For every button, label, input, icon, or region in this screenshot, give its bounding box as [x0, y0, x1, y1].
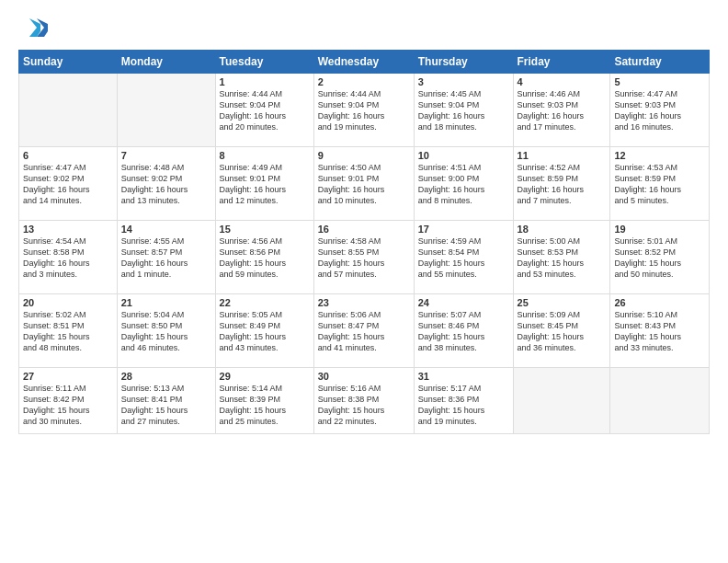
day-number: 26	[614, 297, 705, 308]
day-number: 4	[518, 76, 607, 87]
calendar-cell: 24Sunrise: 5:07 AM Sunset: 8:46 PM Dayli…	[414, 294, 513, 368]
day-info: Sunrise: 5:09 AM Sunset: 8:45 PM Dayligh…	[518, 309, 607, 354]
day-number: 23	[318, 297, 410, 308]
day-number: 29	[220, 371, 310, 382]
weekday-header-saturday: Saturday	[610, 51, 710, 74]
day-info: Sunrise: 4:48 AM Sunset: 9:02 PM Dayligh…	[121, 162, 211, 207]
calendar-cell: 19Sunrise: 5:01 AM Sunset: 8:52 PM Dayli…	[610, 221, 710, 294]
day-number: 2	[318, 76, 410, 87]
day-number: 19	[614, 224, 705, 235]
logo	[18, 15, 51, 44]
day-number: 22	[220, 297, 310, 308]
day-number: 11	[518, 150, 607, 161]
day-info: Sunrise: 4:52 AM Sunset: 8:59 PM Dayligh…	[518, 162, 607, 207]
calendar-cell	[19, 74, 118, 147]
day-info: Sunrise: 4:58 AM Sunset: 8:55 PM Dayligh…	[318, 236, 410, 281]
day-info: Sunrise: 4:47 AM Sunset: 9:02 PM Dayligh…	[23, 162, 113, 207]
day-number: 27	[23, 371, 113, 382]
day-info: Sunrise: 4:45 AM Sunset: 9:04 PM Dayligh…	[418, 88, 509, 133]
day-info: Sunrise: 5:07 AM Sunset: 8:46 PM Dayligh…	[418, 309, 509, 354]
calendar-cell: 4Sunrise: 4:46 AM Sunset: 9:03 PM Daylig…	[513, 74, 610, 147]
day-number: 6	[23, 150, 113, 161]
day-info: Sunrise: 4:56 AM Sunset: 8:56 PM Dayligh…	[220, 236, 310, 281]
day-number: 15	[220, 224, 310, 235]
calendar-cell: 2Sunrise: 4:44 AM Sunset: 9:04 PM Daylig…	[313, 74, 414, 147]
calendar-cell: 29Sunrise: 5:14 AM Sunset: 8:39 PM Dayli…	[215, 368, 313, 434]
day-number: 20	[23, 297, 113, 308]
day-info: Sunrise: 5:04 AM Sunset: 8:50 PM Dayligh…	[121, 309, 211, 354]
calendar-cell	[117, 74, 215, 147]
day-info: Sunrise: 5:16 AM Sunset: 8:38 PM Dayligh…	[318, 383, 410, 428]
calendar-cell: 16Sunrise: 4:58 AM Sunset: 8:55 PM Dayli…	[313, 221, 414, 294]
calendar-cell: 1Sunrise: 4:44 AM Sunset: 9:04 PM Daylig…	[215, 74, 313, 147]
day-info: Sunrise: 5:17 AM Sunset: 8:36 PM Dayligh…	[418, 383, 509, 428]
week-row-2: 6Sunrise: 4:47 AM Sunset: 9:02 PM Daylig…	[19, 147, 710, 221]
calendar-cell	[610, 368, 710, 434]
day-number: 30	[318, 371, 410, 382]
weekday-header-tuesday: Tuesday	[215, 51, 313, 74]
day-info: Sunrise: 4:49 AM Sunset: 9:01 PM Dayligh…	[220, 162, 310, 207]
day-number: 13	[23, 224, 113, 235]
calendar-table: SundayMondayTuesdayWednesdayThursdayFrid…	[18, 50, 710, 434]
day-number: 8	[220, 150, 310, 161]
day-number: 31	[418, 371, 509, 382]
day-info: Sunrise: 5:05 AM Sunset: 8:49 PM Dayligh…	[220, 309, 310, 354]
day-number: 17	[418, 224, 509, 235]
calendar-cell: 15Sunrise: 4:56 AM Sunset: 8:56 PM Dayli…	[215, 221, 313, 294]
calendar-cell: 6Sunrise: 4:47 AM Sunset: 9:02 PM Daylig…	[19, 147, 118, 221]
calendar-cell: 5Sunrise: 4:47 AM Sunset: 9:03 PM Daylig…	[610, 74, 710, 147]
day-number: 1	[220, 76, 310, 87]
calendar-cell: 8Sunrise: 4:49 AM Sunset: 9:01 PM Daylig…	[215, 147, 313, 221]
day-number: 5	[614, 76, 705, 87]
day-info: Sunrise: 5:10 AM Sunset: 8:43 PM Dayligh…	[614, 309, 705, 354]
calendar-cell: 21Sunrise: 5:04 AM Sunset: 8:50 PM Dayli…	[117, 294, 215, 368]
day-info: Sunrise: 5:00 AM Sunset: 8:53 PM Dayligh…	[518, 236, 607, 281]
day-info: Sunrise: 4:53 AM Sunset: 8:59 PM Dayligh…	[614, 162, 705, 207]
day-info: Sunrise: 4:54 AM Sunset: 8:58 PM Dayligh…	[23, 236, 113, 281]
calendar-cell: 7Sunrise: 4:48 AM Sunset: 9:02 PM Daylig…	[117, 147, 215, 221]
calendar-cell: 25Sunrise: 5:09 AM Sunset: 8:45 PM Dayli…	[513, 294, 610, 368]
day-info: Sunrise: 4:44 AM Sunset: 9:04 PM Dayligh…	[318, 88, 410, 133]
day-info: Sunrise: 5:11 AM Sunset: 8:42 PM Dayligh…	[23, 383, 113, 428]
day-info: Sunrise: 5:14 AM Sunset: 8:39 PM Dayligh…	[220, 383, 310, 428]
day-number: 18	[518, 224, 607, 235]
calendar-cell: 11Sunrise: 4:52 AM Sunset: 8:59 PM Dayli…	[513, 147, 610, 221]
calendar-cell: 26Sunrise: 5:10 AM Sunset: 8:43 PM Dayli…	[610, 294, 710, 368]
weekday-header-thursday: Thursday	[414, 51, 513, 74]
calendar-cell: 10Sunrise: 4:51 AM Sunset: 9:00 PM Dayli…	[414, 147, 513, 221]
day-number: 21	[121, 297, 211, 308]
svg-marker-1	[29, 18, 40, 37]
page: SundayMondayTuesdayWednesdayThursdayFrid…	[0, 0, 728, 563]
day-info: Sunrise: 4:44 AM Sunset: 9:04 PM Dayligh…	[220, 88, 310, 133]
header	[18, 15, 710, 44]
day-number: 9	[318, 150, 410, 161]
day-number: 12	[614, 150, 705, 161]
week-row-3: 13Sunrise: 4:54 AM Sunset: 8:58 PM Dayli…	[19, 221, 710, 294]
day-number: 24	[418, 297, 509, 308]
day-number: 28	[121, 371, 211, 382]
calendar-cell: 14Sunrise: 4:55 AM Sunset: 8:57 PM Dayli…	[117, 221, 215, 294]
weekday-header-sunday: Sunday	[19, 51, 118, 74]
week-row-1: 1Sunrise: 4:44 AM Sunset: 9:04 PM Daylig…	[19, 74, 710, 147]
calendar-cell: 30Sunrise: 5:16 AM Sunset: 8:38 PM Dayli…	[313, 368, 414, 434]
weekday-header-friday: Friday	[513, 51, 610, 74]
calendar-cell	[513, 368, 610, 434]
week-row-4: 20Sunrise: 5:02 AM Sunset: 8:51 PM Dayli…	[19, 294, 710, 368]
day-info: Sunrise: 4:59 AM Sunset: 8:54 PM Dayligh…	[418, 236, 509, 281]
calendar-cell: 23Sunrise: 5:06 AM Sunset: 8:47 PM Dayli…	[313, 294, 414, 368]
calendar-cell: 9Sunrise: 4:50 AM Sunset: 9:01 PM Daylig…	[313, 147, 414, 221]
day-number: 7	[121, 150, 211, 161]
day-info: Sunrise: 5:02 AM Sunset: 8:51 PM Dayligh…	[23, 309, 113, 354]
day-number: 16	[318, 224, 410, 235]
day-info: Sunrise: 4:47 AM Sunset: 9:03 PM Dayligh…	[614, 88, 705, 133]
calendar-cell: 17Sunrise: 4:59 AM Sunset: 8:54 PM Dayli…	[414, 221, 513, 294]
calendar-cell: 18Sunrise: 5:00 AM Sunset: 8:53 PM Dayli…	[513, 221, 610, 294]
week-row-5: 27Sunrise: 5:11 AM Sunset: 8:42 PM Dayli…	[19, 368, 710, 434]
day-info: Sunrise: 4:51 AM Sunset: 9:00 PM Dayligh…	[418, 162, 509, 207]
calendar-cell: 28Sunrise: 5:13 AM Sunset: 8:41 PM Dayli…	[117, 368, 215, 434]
day-info: Sunrise: 5:01 AM Sunset: 8:52 PM Dayligh…	[614, 236, 705, 281]
logo-icon	[18, 15, 48, 44]
weekday-header-row: SundayMondayTuesdayWednesdayThursdayFrid…	[19, 51, 710, 74]
day-number: 3	[418, 76, 509, 87]
calendar-cell: 27Sunrise: 5:11 AM Sunset: 8:42 PM Dayli…	[19, 368, 118, 434]
